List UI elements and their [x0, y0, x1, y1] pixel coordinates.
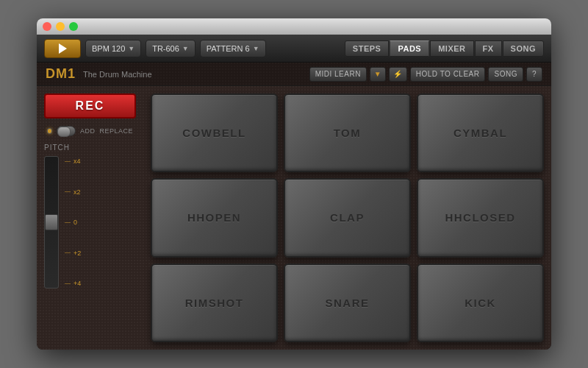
lightning-icon-button[interactable]: ⚡ — [389, 67, 407, 82]
chevron-down-icon: ▼ — [182, 45, 189, 52]
pad-rimshot-label: RIMSHOT — [185, 297, 244, 309]
pad-cymbal[interactable]: CYMBAL — [417, 93, 544, 172]
toolbar: BPM 120 ▼ TR-606 ▼ PATTERN 6 ▼ STEPS PAD… — [37, 35, 551, 63]
body-area: REC ADD REPLACE PITCH x4 x2 — [37, 86, 551, 350]
pad-kick-label: KICK — [465, 297, 496, 309]
pitch-area: x4 x2 0 +2 +4 — [44, 156, 136, 289]
toolbar-tabs: STEPS PADS MIXER FX SONG — [345, 40, 544, 57]
play-button[interactable] — [44, 39, 81, 58]
pad-snare-label: SNARE — [325, 297, 369, 309]
pad-cowbell-label: COWBELL — [182, 127, 245, 139]
title-bar — [37, 18, 551, 35]
bpm-dropdown[interactable]: BPM 120 ▼ — [85, 40, 141, 57]
minimize-button[interactable] — [56, 22, 65, 31]
pitch-p4: +4 — [65, 280, 81, 287]
toggle-knob[interactable] — [57, 126, 76, 136]
pad-cowbell[interactable]: COWBELL — [151, 93, 278, 172]
machine-dropdown[interactable]: TR-606 ▼ — [146, 40, 196, 57]
pattern-dropdown[interactable]: PATTERN 6 ▼ — [200, 40, 266, 57]
pad-hhopen-label: HHOPEN — [187, 211, 241, 224]
pad-hhclosed[interactable]: HHCLOSED — [417, 178, 544, 257]
add-label: ADD — [80, 127, 96, 135]
pitch-p2: +2 — [65, 250, 81, 257]
pad-snare[interactable]: SNARE — [284, 263, 411, 342]
header-buttons: MIDI LEARN ▼ ⚡ HOLD TO CLEAR SONG ? — [309, 67, 542, 82]
main-content: DM1 The Drum Machine MIDI LEARN ▼ ⚡ HOLD… — [37, 63, 551, 350]
pad-rimshot[interactable]: RIMSHOT — [151, 263, 278, 342]
pitch-x4: x4 — [65, 158, 81, 165]
app-window: BPM 120 ▼ TR-606 ▼ PATTERN 6 ▼ STEPS PAD… — [37, 18, 551, 350]
app-subtitle: The Drum Machine — [83, 70, 152, 79]
pitch-section: PITCH x4 x2 0 +2 +4 — [44, 144, 136, 342]
pad-hhopen[interactable]: HHOPEN — [151, 178, 278, 257]
help-button[interactable]: ? — [526, 67, 542, 82]
rec-button[interactable]: REC — [44, 93, 136, 118]
midi-learn-button[interactable]: MIDI LEARN — [309, 67, 367, 82]
pitch-slider-thumb[interactable] — [45, 214, 58, 230]
tab-steps[interactable]: STEPS — [345, 40, 390, 57]
pads-grid: COWBELL TOM CYMBAL HHOPEN CLAP HHCLOSED — [143, 86, 551, 350]
pad-tom-label: TOM — [334, 127, 362, 139]
play-icon — [59, 43, 67, 54]
funnel-icon-button[interactable]: ▼ — [370, 67, 386, 82]
pad-clap-label: CLAP — [330, 211, 365, 224]
pitch-x2: x2 — [65, 188, 81, 196]
hold-to-clear-button[interactable]: HOLD TO CLEAR — [410, 67, 486, 82]
pitch-slider[interactable] — [44, 156, 59, 289]
pad-tom[interactable]: TOM — [284, 93, 411, 172]
song-button[interactable]: SONG — [488, 67, 523, 82]
app-title: DM1 — [46, 66, 76, 82]
pad-clap[interactable]: CLAP — [284, 178, 411, 257]
chevron-down-icon: ▼ — [253, 45, 259, 52]
pitch-scale: x4 x2 0 +2 +4 — [65, 156, 81, 289]
pitch-label: PITCH — [44, 144, 136, 152]
add-dot — [47, 128, 52, 134]
close-button[interactable] — [43, 22, 51, 31]
pad-kick[interactable]: KICK — [417, 263, 544, 342]
replace-label: REPLACE — [99, 127, 133, 135]
add-replace-toggle[interactable]: ADD REPLACE — [44, 126, 136, 136]
tab-mixer[interactable]: MIXER — [430, 40, 473, 57]
pitch-0: 0 — [65, 219, 81, 226]
left-panel: REC ADD REPLACE PITCH x4 x2 — [37, 86, 143, 350]
tab-fx[interactable]: FX — [475, 40, 502, 57]
pad-hhclosed-label: HHCLOSED — [445, 211, 515, 224]
pad-cymbal-label: CYMBAL — [453, 127, 507, 139]
tab-song[interactable]: SONG — [503, 40, 544, 57]
app-header: DM1 The Drum Machine MIDI LEARN ▼ ⚡ HOLD… — [37, 63, 551, 86]
tab-pads[interactable]: PADS — [390, 40, 429, 57]
maximize-button[interactable] — [69, 22, 78, 31]
chevron-down-icon: ▼ — [128, 45, 135, 52]
